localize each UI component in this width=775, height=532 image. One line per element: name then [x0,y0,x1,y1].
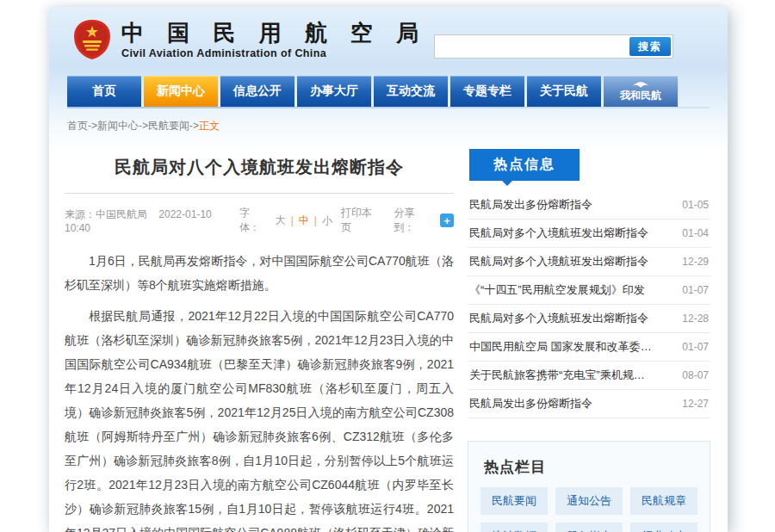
column-link-service-guide[interactable]: 服务指南 [555,523,623,532]
hot-info-item[interactable]: 关于民航旅客携带“充电宝”乘机规定的... 08-07 [468,362,710,390]
nav-tab-info-disclosure[interactable]: 信息公开 [220,76,294,107]
font-size-label: 字体： [239,206,270,235]
breadcrumb-news-center[interactable]: 新闻中心 [97,120,139,132]
search-box: 搜索 [434,34,673,59]
hot-columns-panel: 热点栏目 民航要闻 通知公告 民航规章 统计数据 服务指南 行业动态 政策解读 … [468,441,710,532]
hot-info-item-title: 民航局发出多份熔断指令 [469,197,592,213]
article-meta-right: 字体： 大 | 中 | 小 打印本页 分享到： + [239,206,454,235]
hot-info-item[interactable]: 民航局发出多份熔断指令 01-05 [468,191,710,220]
hot-info-item-title: 民航局发出多份熔断指令 [469,396,592,411]
site-title-cn: 中 国 民 用 航 空 局 [121,20,427,46]
nav-tab-interaction[interactable]: 互动交流 [374,76,448,107]
hot-info-item[interactable]: 民航局发出多份熔断指令 12-27 [468,390,710,418]
article-body: 1月6日，民航局再发熔断指令，对中国国际航空公司CA770航班（洛杉矶至深圳）等… [65,249,454,532]
site-header: 中 国 民 用 航 空 局 Civil Aviation Administrat… [49,7,728,76]
breadcrumb-separator: -> [139,120,148,132]
article-meta: 来源：中国民航局 2022-01-10 10:40 字体： 大 | 中 | 小 … [65,206,454,235]
hot-info-item-date: 08-07 [682,369,709,381]
nav-tab-me-and-caac[interactable]: 我和民航 [604,76,678,107]
share-more-icon[interactable]: + [440,213,454,227]
hot-info-item-title: 《“十四五”民用航空发展规划》印发 [469,282,645,298]
column-link-caac-news[interactable]: 民航要闻 [480,487,548,515]
main-content: 民航局对八个入境航班发出熔断指令 来源：中国民航局 2022-01-10 10:… [49,133,728,532]
hot-info-item-date: 01-04 [682,227,709,239]
font-size-small[interactable]: 小 [322,213,332,228]
breadcrumb: 首页->新闻中心->民航要闻->正文 [49,108,728,133]
article: 民航局对八个入境航班发出熔断指令 来源：中国民航局 2022-01-10 10:… [65,147,454,532]
hot-info-item[interactable]: 民航局对多个入境航班发出熔断指令 01-04 [468,220,710,248]
breadcrumb-caac-news[interactable]: 民航要闻 [148,120,189,132]
site-title-en: Civil Aviation Administration of China [121,47,427,59]
hot-info-item[interactable]: 《“十四五”民用航空发展规划》印发 01-07 [468,276,710,305]
hot-columns-grid: 民航要闻 通知公告 民航规章 统计数据 服务指南 行业动态 政策解读 航旅指南 … [480,487,698,532]
hot-info-item[interactable]: 中国民用航空局 国家发展和改革委员会... 01-07 [468,333,710,362]
sidebar: 热点信息 民航局发出多份熔断指令 01-05 民航局对多个入境航班发出熔断指令 … [468,147,710,532]
nav-tab-special-topics[interactable]: 专题专栏 [450,76,524,107]
share-label: 分享到： [394,206,436,235]
breadcrumb-separator: -> [88,120,97,132]
hot-info-item-date: 01-07 [682,284,709,296]
national-emblem-icon [73,19,111,60]
hot-info-item-title: 民航局对多个入境航班发出熔断指令 [469,254,648,269]
hot-info-item-title: 关于民航旅客携带“充电宝”乘机规定的... [469,368,654,383]
search-button[interactable]: 搜索 [629,37,671,56]
column-link-industry-news[interactable]: 行业动态 [630,523,698,532]
column-link-statistics[interactable]: 统计数据 [480,523,548,532]
print-page-button[interactable]: 打印本页 [341,206,382,235]
nav-tab-news-center[interactable]: 新闻中心 [144,76,218,107]
article-source: 来源：中国民航局 [65,208,147,220]
font-size-separator: | [314,214,317,226]
eagle-icon [631,80,650,89]
hot-info-list: 民航局发出多份熔断指令 01-05 民航局对多个入境航班发出熔断指令 01-04… [468,191,710,418]
page: 中 国 民 用 航 空 局 Civil Aviation Administrat… [49,7,728,532]
article-paragraph: 1月6日，民航局再发熔断指令，对中国国际航空公司CA770航班（洛杉矶至深圳）等… [65,249,454,297]
hot-info-item-date: 01-05 [682,199,709,211]
nav-tab-about-caac[interactable]: 关于民航 [527,76,601,107]
article-meta-left: 来源：中国民航局 2022-01-10 10:40 [65,207,239,234]
hot-info-item-title: 中国民用航空局 国家发展和改革委员会... [469,339,654,355]
hot-info-header: 热点信息 [469,149,580,181]
site-titles: 中 国 民 用 航 空 局 Civil Aviation Administrat… [121,20,427,59]
font-size-large[interactable]: 大 [276,213,286,228]
main-nav: 首页 新闻中心 信息公开 办事大厅 互动交流 专题专栏 关于民航 我和民航 [49,76,728,107]
nav-tab-label: 我和民航 [620,89,661,103]
hot-info-item-title: 民航局对多个入境航班发出熔断指令 [469,311,648,326]
column-link-notices[interactable]: 通知公告 [555,487,623,515]
hot-info-item-date: 12-29 [682,256,709,268]
hot-info-item[interactable]: 民航局对多个入境航班发出熔断指令 12-28 [468,305,710,333]
hot-info-item-date: 12-28 [682,312,709,325]
hot-columns-title: 热点栏目 [484,457,698,477]
breadcrumb-separator: -> [189,120,199,132]
column-link-regulations[interactable]: 民航规章 [630,487,698,515]
hot-info-item-date: 01-07 [682,341,709,353]
font-size-medium[interactable]: 中 [299,213,309,228]
breadcrumb-home[interactable]: 首页 [67,120,88,132]
breadcrumb-current: 正文 [199,120,220,132]
hot-info-item[interactable]: 民航局对多个入境航班发出熔断指令 12-29 [468,248,710,276]
article-paragraph: 根据民航局通报，2021年12月22日入境的中国国际航空公司CA770航班（洛杉… [65,304,454,532]
font-size-separator: | [291,214,294,226]
nav-tab-service-hall[interactable]: 办事大厅 [297,76,371,107]
nav-tab-home[interactable]: 首页 [67,76,141,107]
hot-info-item-date: 12-27 [682,398,709,410]
article-title: 民航局对八个入境航班发出熔断指令 [65,156,454,179]
hot-info-item-title: 民航局对多个入境航班发出熔断指令 [469,226,648,241]
title-divider [65,193,454,194]
